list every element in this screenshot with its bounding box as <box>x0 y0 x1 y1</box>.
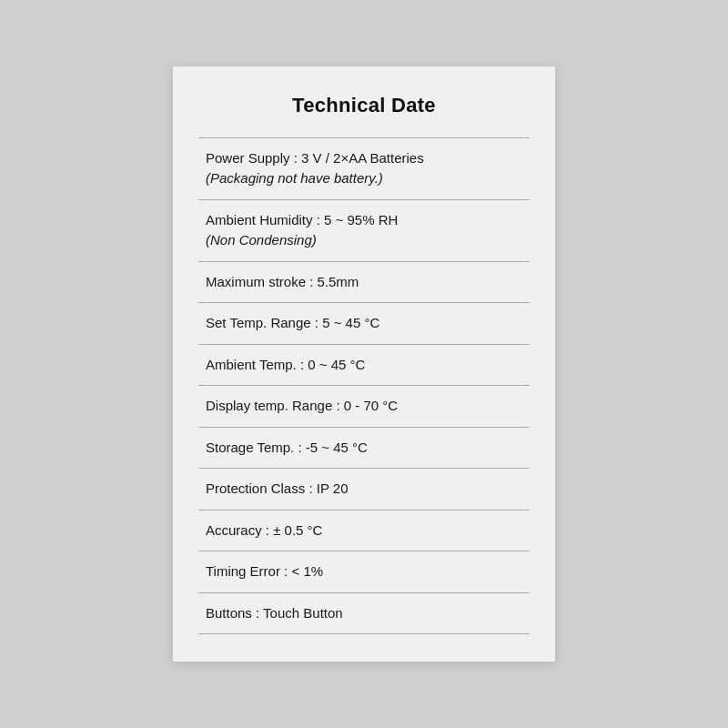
spec-main-text: Set Temp. Range : 5 ~ 45 °C <box>206 315 379 330</box>
spec-main-text: Storage Temp. : -5 ~ 45 °C <box>206 440 368 455</box>
spec-note-text: (Non Condensing) <box>206 230 524 251</box>
spec-cell-maximum-stroke: Maximum stroke : 5.5mm <box>198 261 530 303</box>
spec-main-text: Display temp. Range : 0 - 70 °C <box>206 398 398 413</box>
spec-main-text: Protection Class : IP 20 <box>206 480 348 496</box>
spec-main-text: Accuracy : ± 0.5 °C <box>206 522 322 538</box>
spec-cell-accuracy: Accuracy : ± 0.5 °C <box>198 510 530 551</box>
spec-cell-set-temp-range: Set Temp. Range : 5 ~ 45 °C <box>198 303 530 345</box>
spec-main-text: Ambient Temp. : 0 ~ 45 °C <box>206 357 365 372</box>
spec-main-text: Timing Error : < 1% <box>206 563 323 579</box>
spec-cell-protection-class: Protection Class : IP 20 <box>198 469 530 511</box>
technical-date-card: Technical Date Power Supply : 3 V / 2×AA… <box>173 66 555 662</box>
table-row: Display temp. Range : 0 - 70 °C <box>198 386 530 428</box>
table-row: Power Supply : 3 V / 2×AA Batteries(Pack… <box>198 137 530 199</box>
spec-cell-ambient-humidity: Ambient Humidity : 5 ~ 95% RH(Non Conden… <box>198 199 530 261</box>
table-row: Storage Temp. : -5 ~ 45 °C <box>198 427 530 469</box>
spec-cell-ambient-temp: Ambient Temp. : 0 ~ 45 °C <box>198 344 530 386</box>
table-row: Timing Error : < 1% <box>198 551 530 593</box>
spec-cell-display-temp-range: Display temp. Range : 0 - 70 °C <box>198 386 530 428</box>
table-row: Buttons : Touch Button <box>198 592 530 634</box>
table-row: Ambient Humidity : 5 ~ 95% RH(Non Conden… <box>198 199 530 261</box>
spec-cell-power-supply: Power Supply : 3 V / 2×AA Batteries(Pack… <box>198 137 530 199</box>
spec-cell-timing-error: Timing Error : < 1% <box>198 551 530 593</box>
spec-note-text: (Packaging not have battery.) <box>206 168 524 189</box>
spec-cell-storage-temp: Storage Temp. : -5 ~ 45 °C <box>198 427 530 469</box>
table-row: Ambient Temp. : 0 ~ 45 °C <box>198 344 530 386</box>
spec-main-text: Ambient Humidity : 5 ~ 95% RH <box>206 212 398 228</box>
spec-cell-buttons: Buttons : Touch Button <box>198 592 530 634</box>
spec-main-text: Maximum stroke : 5.5mm <box>206 274 359 289</box>
table-row: Accuracy : ± 0.5 °C <box>198 510 530 551</box>
spec-table: Power Supply : 3 V / 2×AA Batteries(Pack… <box>198 137 530 635</box>
table-row: Set Temp. Range : 5 ~ 45 °C <box>198 303 530 345</box>
card-title: Technical Date <box>198 94 530 117</box>
table-row: Protection Class : IP 20 <box>198 469 530 511</box>
spec-main-text: Buttons : Touch Button <box>206 605 343 621</box>
table-row: Maximum stroke : 5.5mm <box>198 261 530 303</box>
spec-main-text: Power Supply : 3 V / 2×AA Batteries <box>206 150 424 166</box>
